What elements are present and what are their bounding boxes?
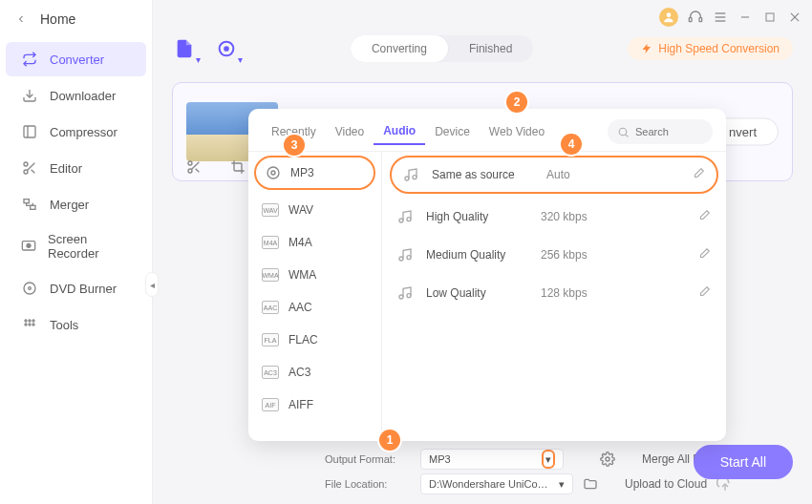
converter-icon [21, 51, 38, 68]
svg-point-22 [29, 287, 32, 290]
sidebar-item-downloader[interactable]: Downloader [6, 78, 146, 113]
format-mp3[interactable]: MP3 [254, 156, 375, 190]
svg-rect-11 [24, 126, 35, 137]
high-speed-badge[interactable]: High Speed Conversion [628, 37, 793, 60]
svg-point-14 [24, 170, 28, 174]
quality-value: Auto [546, 168, 570, 181]
file-location-select[interactable]: D:\Wondershare UniConverter 1 ▾ [420, 473, 573, 494]
svg-point-31 [188, 161, 192, 165]
search-input[interactable] [635, 126, 702, 137]
svg-point-28 [32, 324, 34, 326]
svg-point-45 [399, 257, 403, 261]
quality-name: High Quality [426, 210, 541, 223]
add-dvd-button[interactable]: ▾ [214, 36, 239, 61]
music-note-icon [397, 284, 415, 302]
format-badge-icon: AIF [262, 398, 279, 411]
home-button[interactable]: Home [0, 0, 152, 38]
sidebar-item-dvd-burner[interactable]: DVD Burner [6, 271, 146, 305]
sidebar-item-label: Tools [50, 318, 78, 332]
step-2-badge: 2 [506, 92, 527, 113]
format-tab-device[interactable]: Device [425, 119, 480, 144]
format-flac[interactable]: FLAFLAC [248, 324, 381, 356]
step-4-badge: 4 [561, 134, 582, 155]
svg-point-24 [29, 320, 31, 322]
chevron-down-icon: ▾ [559, 478, 565, 491]
sidebar-item-label: Editor [50, 161, 82, 176]
format-label: AC3 [288, 366, 310, 379]
step-1-badge: 1 [379, 430, 400, 451]
format-badge-icon: WMA [262, 268, 279, 282]
svg-point-32 [188, 169, 192, 173]
sidebar-item-editor[interactable]: Editor [6, 151, 146, 185]
search-icon [617, 126, 630, 138]
svg-point-48 [407, 294, 411, 298]
format-wav[interactable]: WAVWAV [248, 194, 381, 226]
tab-converting[interactable]: Converting [351, 35, 448, 62]
sidebar-item-label: Converter [50, 52, 104, 67]
disc-icon [21, 280, 38, 297]
compress-icon [21, 123, 38, 140]
svg-point-13 [24, 162, 28, 166]
output-format-label: Output Format: [325, 453, 411, 465]
svg-point-44 [407, 218, 411, 221]
svg-point-46 [407, 256, 411, 260]
music-note-icon [397, 246, 415, 263]
edit-icon[interactable] [697, 209, 711, 225]
sidebar-item-label: Compressor [50, 125, 118, 139]
tab-finished[interactable]: Finished [448, 35, 533, 62]
format-label: FLAC [288, 333, 318, 346]
home-label: Home [40, 11, 75, 27]
sidebar-item-label: Merger [50, 198, 89, 212]
folder-icon[interactable] [583, 476, 598, 492]
format-m4a[interactable]: M4AM4A [248, 226, 381, 259]
format-tab-video[interactable]: Video [326, 119, 374, 144]
chevron-down-icon[interactable]: ▾ [542, 450, 555, 469]
gear-icon[interactable] [600, 452, 615, 467]
step-3-badge: 3 [284, 135, 305, 156]
sidebar-item-label: Screen Recorder [48, 232, 131, 261]
quality-value: 128 kbps [541, 286, 588, 300]
quality-same-as-source[interactable]: Same as sourceAuto [390, 156, 718, 194]
sidebar-item-merger[interactable]: Merger [6, 187, 146, 221]
format-tab-audio[interactable]: Audio [374, 118, 425, 145]
sidebar-item-label: DVD Burner [50, 282, 117, 296]
edit-icon[interactable] [697, 247, 711, 263]
quality-name: Medium Quality [426, 248, 541, 262]
sidebar-item-screen-recorder[interactable]: Screen Recorder [6, 223, 146, 269]
trim-icon[interactable] [186, 159, 202, 175]
svg-point-41 [405, 177, 409, 180]
sidebar-item-tools[interactable]: Tools [6, 307, 146, 342]
quality-name: Same as source [432, 168, 546, 181]
svg-point-40 [271, 171, 275, 175]
quality-value: 320 kbps [541, 210, 588, 223]
format-wma[interactable]: WMAWMA [248, 259, 381, 291]
format-label: AAC [288, 301, 312, 314]
format-ac3[interactable]: AC3AC3 [248, 356, 381, 388]
edit-icon[interactable] [692, 167, 705, 183]
edit-icon[interactable] [697, 285, 711, 302]
search-input-wrap [608, 119, 713, 144]
svg-line-34 [196, 169, 200, 173]
start-all-button[interactable]: Start All [694, 445, 793, 479]
format-label: WAV [288, 203, 313, 217]
quality-low-quality[interactable]: Low Quality128 kbps [382, 274, 726, 312]
svg-point-37 [619, 128, 627, 136]
format-aac[interactable]: AACAAC [248, 291, 381, 324]
format-panel: RecentlyVideoAudioDeviceWeb Video MP3WAV… [248, 109, 726, 441]
svg-point-35 [606, 457, 609, 461]
crop-icon[interactable] [230, 159, 246, 175]
format-badge-icon: AAC [262, 301, 279, 314]
svg-line-16 [32, 170, 35, 174]
format-aiff[interactable]: AIFAIFF [248, 388, 381, 421]
add-file-button[interactable]: ▾ [172, 36, 197, 61]
format-badge-icon: AC3 [262, 366, 279, 379]
sidebar-item-compressor[interactable]: Compressor [6, 115, 146, 149]
format-tab-web-video[interactable]: Web Video [480, 119, 554, 144]
svg-point-39 [267, 167, 279, 178]
quality-medium-quality[interactable]: Medium Quality256 kbps [382, 236, 726, 274]
sidebar-item-converter[interactable]: Converter [6, 42, 146, 76]
svg-point-21 [24, 283, 35, 294]
quality-high-quality[interactable]: High Quality320 kbps [382, 198, 726, 236]
output-format-select[interactable]: MP3 ▾ [420, 449, 564, 470]
plus-icon: ▾ [238, 54, 243, 65]
